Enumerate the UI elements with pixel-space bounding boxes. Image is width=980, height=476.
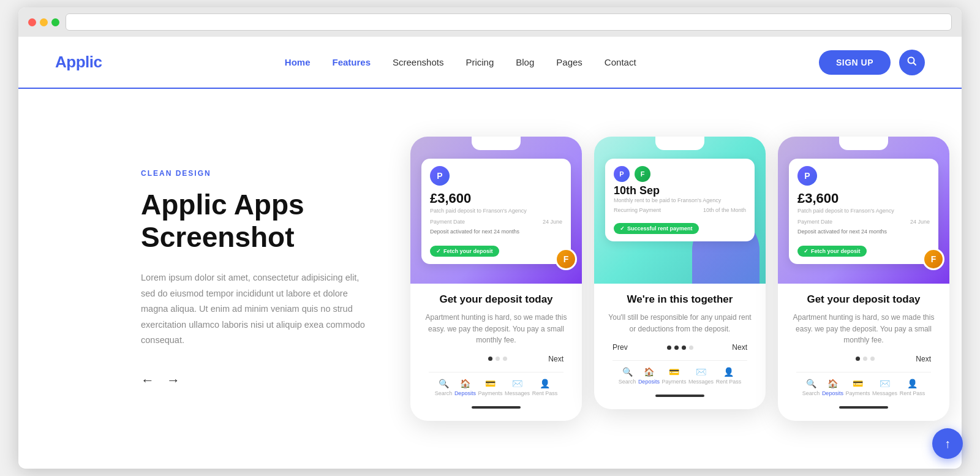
phone-2-nav-messages[interactable]: ✉️ Messages [688, 367, 714, 385]
hero-description: Lorem ipsum dolor sit amet, consectetur … [141, 270, 374, 348]
prev-arrow-button[interactable]: ← [141, 372, 154, 388]
phone-card-1-inner: P £3,600 Patch paid deposit to Franson's… [410, 137, 582, 421]
phone-1-title: Get your deposit today [423, 293, 570, 306]
nav-item-pricing[interactable]: Pricing [466, 57, 494, 68]
phone-1-dot-2 [496, 357, 500, 361]
badge-label-1: Fetch your deposit [443, 248, 493, 254]
phone-3-nav-rentpass[interactable]: 👤 Rent Pass [900, 379, 925, 396]
phone-1-nav-deposits[interactable]: 🏠 Deposits [454, 379, 476, 396]
nav-link-contact[interactable]: Contact [605, 57, 636, 67]
mock-row-3-value: 24 June [910, 219, 930, 225]
phone-1-dots-row: Next [423, 355, 570, 363]
phone-3-nav-payments[interactable]: 💳 Payments [845, 379, 870, 396]
phone-1-next-button[interactable]: Next [548, 355, 564, 363]
success-badge-container: ✓ Successful rent payment [614, 218, 746, 234]
phone-card-3-inner: P £3,600 Patch paid deposit to Franson's… [778, 137, 949, 421]
phone-1-bottom: Get your deposit today Apartment hunting… [410, 284, 582, 409]
browser-chrome [18, 7, 962, 37]
mock-bottom-row-3: ✓ Fetch your deposit [797, 241, 930, 257]
phone-1-nav-bar: 🔍 Search 🏠 Deposits 💳 Payments [429, 372, 564, 401]
mock-card-2: P F 10th Sep Monthly rent to be paid to … [605, 159, 755, 241]
mock-card-1: P £3,600 Patch paid deposit to Franson's… [421, 159, 571, 264]
mock-label-1: Patch paid deposit to Franson's Agency [430, 208, 562, 214]
mock-card-3: P £3,600 Patch paid deposit to Franson's… [789, 159, 938, 264]
phone-3-nav-deposits-label: Deposits [822, 390, 843, 396]
phone-1-home-indicator [472, 406, 521, 409]
phone-3-search-icon: 🔍 [806, 379, 816, 388]
mock-card-3-header: P [797, 166, 930, 186]
nav-item-contact[interactable]: Contact [605, 57, 636, 68]
fab-up-icon: ↑ [944, 437, 951, 451]
nav-link-blog[interactable]: Blog [516, 57, 534, 67]
address-bar[interactable] [66, 13, 952, 31]
badge-label-3: Fetch your deposit [811, 248, 861, 254]
navbar: Applic Home Features Screenshots Pricing… [18, 37, 962, 89]
phone-2-dot-1 [667, 346, 671, 350]
carousel-arrows: ← → [141, 372, 374, 388]
phone-2-nav-rentpass[interactable]: 👤 Rent Pass [716, 367, 742, 385]
nav-link-pricing[interactable]: Pricing [466, 57, 494, 67]
phone-2-desc: You'll still be responsible for any unpa… [606, 312, 753, 334]
phone-3-nav-messages-label: Messages [872, 390, 897, 396]
phone-1-nav-search[interactable]: 🔍 Search [435, 379, 453, 396]
svg-line-1 [914, 62, 916, 65]
nav-item-pages[interactable]: Pages [556, 57, 582, 68]
phone-notch-2 [655, 137, 704, 150]
phone-1-search-icon: 🔍 [439, 379, 449, 388]
phone-3-nav-search-label: Search [802, 390, 820, 396]
next-arrow-button[interactable]: → [167, 372, 180, 388]
phone-2-dot-2 [674, 346, 679, 350]
phone-1-nav-rentpass-label: Rent Pass [532, 390, 558, 396]
nav-link-pages[interactable]: Pages [556, 57, 582, 67]
nav-link-features[interactable]: Features [333, 57, 371, 67]
nav-item-blog[interactable]: Blog [516, 57, 534, 68]
phone-3-nav-messages[interactable]: ✉️ Messages [872, 379, 897, 396]
fetch-deposit-badge-3: ✓ Fetch your deposit [797, 246, 867, 257]
check-icon-1: ✓ [436, 248, 441, 254]
phone-3-next-button[interactable]: Next [916, 355, 931, 363]
phone-2-title: We're in this together [606, 293, 753, 306]
phone-3-nav-deposits[interactable]: 🏠 Deposits [822, 379, 843, 396]
phone-card-2: P F 10th Sep Monthly rent to be paid to … [594, 137, 766, 409]
phone-3-desc: Apartment hunting is hard, so we made th… [790, 312, 937, 346]
phone-notch-1 [472, 137, 521, 150]
search-button[interactable] [899, 50, 925, 75]
phone-1-nav-payments[interactable]: 💳 Payments [478, 379, 502, 396]
nav-link-screenshots[interactable]: Screenshots [393, 57, 443, 67]
signup-button[interactable]: SIGN UP [819, 50, 891, 75]
dot-maximize[interactable] [51, 18, 59, 26]
phones-container: P £3,600 Patch paid deposit to Franson's… [410, 137, 949, 421]
phone-2-deposits-icon: 🏠 [644, 367, 654, 377]
phone-1-nav-rentpass[interactable]: 👤 Rent Pass [532, 379, 558, 396]
mock-avatar-1: P [430, 166, 450, 186]
phone-2-next-button[interactable]: Next [732, 343, 747, 352]
mock-amount-3: £3,600 [797, 191, 930, 206]
phone-2-nav-deposits[interactable]: 🏠 Deposits [638, 367, 660, 385]
phone-2-rentpass-icon: 👤 [723, 367, 734, 377]
phone-2-dots [667, 346, 693, 350]
phone-1-desc: Apartment hunting is hard, so we made th… [423, 312, 570, 346]
logo[interactable]: Applic [55, 53, 102, 72]
phone-3-payments-icon: 💳 [853, 379, 863, 388]
mock-card-2-header: P F [614, 166, 746, 182]
nav-item-home[interactable]: Home [285, 57, 311, 68]
phone-1-dot-1 [488, 357, 492, 361]
dot-close[interactable] [28, 18, 36, 26]
phone-2-home-indicator [655, 395, 704, 397]
phone-1-deposits-icon: 🏠 [460, 379, 470, 388]
dot-minimize[interactable] [40, 18, 48, 26]
nav-item-screenshots[interactable]: Screenshots [393, 57, 443, 68]
phone-3-nav-rentpass-label: Rent Pass [900, 390, 925, 396]
nav-link-home[interactable]: Home [285, 57, 311, 67]
check-icon-3: ✓ [804, 248, 809, 254]
phone-1-nav-messages[interactable]: ✉️ Messages [505, 379, 530, 396]
mock-card-1-header: P [430, 166, 562, 186]
nav-item-features[interactable]: Features [333, 57, 371, 68]
fab-button[interactable]: ↑ [932, 428, 963, 459]
phone-2-nav-search[interactable]: 🔍 Search [619, 367, 636, 385]
mock-row-3-label: Payment Date [797, 219, 832, 225]
success-label: Successful rent payment [627, 225, 693, 232]
phone-2-nav-payments[interactable]: 💳 Payments [662, 367, 686, 385]
phone-2-prev-button[interactable]: Prev [612, 343, 628, 352]
phone-3-nav-search[interactable]: 🔍 Search [802, 379, 820, 396]
